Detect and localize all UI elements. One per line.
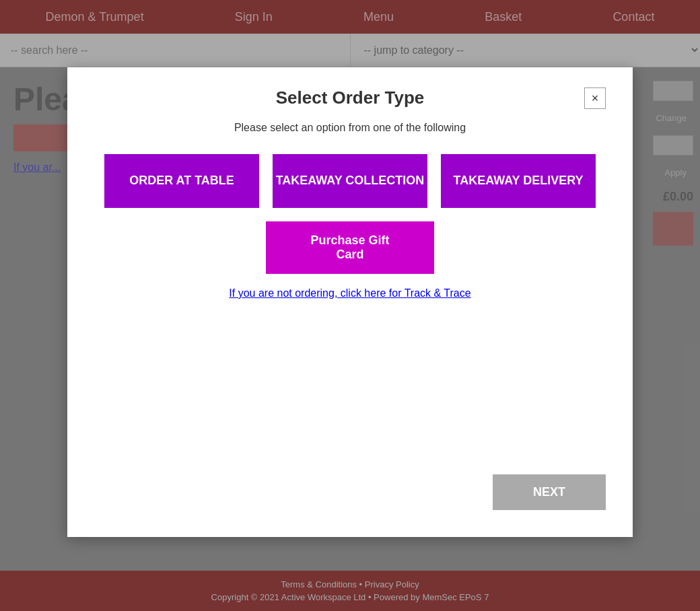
modal-close-button[interactable]: × (584, 87, 606, 109)
modal-dialog: Select Order Type × Please select an opt… (67, 67, 633, 537)
takeaway-delivery-button[interactable]: TAKEAWAY DELIVERY (441, 154, 596, 208)
modal-subtitle: Please select an option from one of the … (94, 122, 606, 134)
gift-card-row: Purchase Gift Card (94, 221, 606, 274)
gift-card-button[interactable]: Purchase Gift Card (266, 221, 434, 274)
next-row: NEXT (94, 474, 606, 510)
track-trace-link[interactable]: If you are not ordering, click here for … (229, 287, 470, 299)
modal-title: Select Order Type (276, 87, 425, 108)
track-trace-row: If you are not ordering, click here for … (94, 287, 606, 299)
takeaway-collection-button[interactable]: TAKEAWAY COLLECTION (273, 154, 427, 208)
order-type-buttons: ORDER AT TABLE TAKEAWAY COLLECTION TAKEA… (94, 154, 606, 208)
order-at-table-button[interactable]: ORDER AT TABLE (104, 154, 259, 208)
modal-header: Select Order Type × (94, 87, 606, 108)
next-button[interactable]: NEXT (493, 474, 606, 510)
